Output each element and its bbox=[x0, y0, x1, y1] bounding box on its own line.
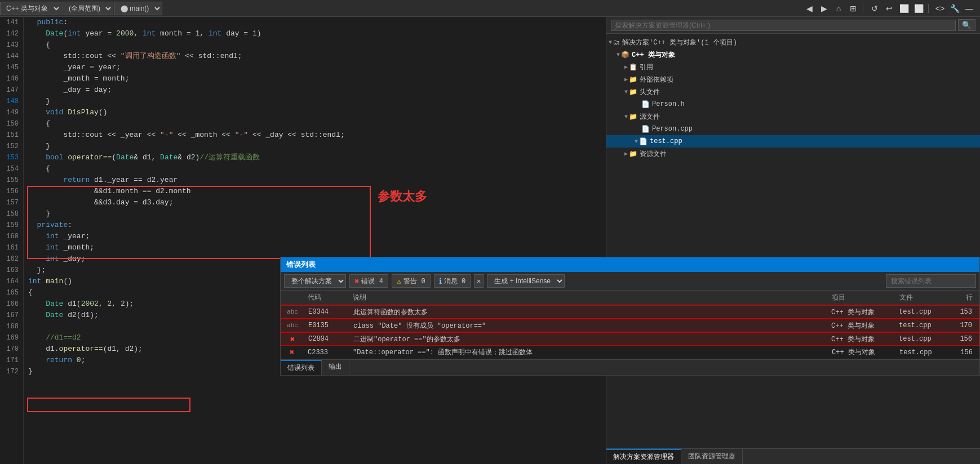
code-lines[interactable]: 141 142 143 144 145 146 147 148 149 150 … bbox=[0, 17, 606, 464]
error-row-0[interactable]: abc E0344 此运算符函数的参数太多 C++ 类与对象 test.cpp … bbox=[281, 305, 979, 319]
error-panel-toolbar: 整个解决方案 ✖ 错误 4 ⚠ 警告 0 ℹ 消息 0 ✕ 生成 + Intel… bbox=[281, 272, 979, 291]
search-bar: 🔍 bbox=[606, 17, 980, 34]
sources-label: 源文件 bbox=[640, 112, 660, 122]
tree-item-resources[interactable]: ▶ 📁 资源文件 bbox=[606, 148, 980, 160]
info-count-badge[interactable]: ℹ 消息 0 bbox=[434, 274, 471, 288]
gen-dropdown[interactable]: 生成 + IntelliSense bbox=[487, 274, 565, 288]
project-icon: 📦 bbox=[621, 51, 629, 59]
row1-code: E0135 bbox=[304, 320, 349, 331]
expand-icon-headers: ▼ bbox=[624, 89, 628, 95]
tab-team-explorer[interactable]: 团队资源管理器 bbox=[681, 449, 743, 464]
grid-btn[interactable]: ⊞ bbox=[847, 2, 859, 15]
code-line-160: int _year; bbox=[28, 231, 606, 242]
copy-btn[interactable]: ⬜ bbox=[898, 2, 910, 15]
warn-count-badge[interactable]: ⚠ 警告 0 bbox=[392, 274, 431, 288]
solution-icon: 🗂 bbox=[613, 38, 620, 47]
toolbar-icons: ◀ ▶ ⌂ ⊞ ↺ ↩ ⬜ ⬜ <> 🔧 — bbox=[799, 2, 980, 15]
info-icon: ℹ bbox=[439, 276, 442, 286]
row1-proj: C++ 类与对象 bbox=[827, 320, 894, 332]
home-btn[interactable]: ⌂ bbox=[832, 2, 845, 15]
tree-item-person-h[interactable]: 📄 Person.h bbox=[606, 98, 980, 110]
error-row-2[interactable]: ✖ C2804 二进制"operator =="的参数太多 C++ 类与对象 t… bbox=[281, 332, 979, 346]
error-count-badge[interactable]: ✖ 错误 4 bbox=[349, 274, 388, 288]
row2-proj: C++ 类与对象 bbox=[827, 333, 894, 345]
error-panel-tabs: 错误列表 输出 bbox=[281, 359, 979, 375]
ref-icon: 📋 bbox=[629, 63, 637, 72]
solution-explorer: ▼ 🗂 解决方案'C++ 类与对象'(1 个项目) ▼ 📦 C++ 类与对象 ▶… bbox=[606, 34, 980, 448]
code-area: 参数太多 141 142 143 144 145 146 147 148 149… bbox=[0, 17, 606, 464]
search-input[interactable] bbox=[611, 20, 956, 31]
error-row-1[interactable]: abc E0135 class "Date" 没有成员 "operator=="… bbox=[281, 319, 979, 332]
tree-item-test-cpp[interactable]: ▼ 📄 test.cpp bbox=[606, 135, 980, 148]
error-search-input[interactable] bbox=[886, 274, 976, 288]
error-panel: 错误列表 整个解决方案 ✖ 错误 4 ⚠ 警告 0 ℹ 消息 0 ✕ 生成 + … bbox=[280, 257, 980, 376]
ref-label: 引用 bbox=[640, 63, 653, 72]
code-editor: 参数太多 141 142 143 144 145 146 147 148 149… bbox=[0, 17, 606, 464]
top-toolbar: C++ 类与对象 (全局范围) ⬤ main() ◀ ▶ ⌂ ⊞ ↺ ↩ ⬜ ⬜… bbox=[0, 0, 980, 17]
error-filter-dropdown[interactable]: 整个解决方案 bbox=[284, 274, 346, 288]
function-dropdown[interactable]: ⬤ main() bbox=[114, 2, 162, 15]
tab-solution-explorer[interactable]: 解决方案资源管理器 bbox=[606, 449, 681, 464]
nav-forward-btn[interactable]: ▶ bbox=[818, 2, 830, 15]
row1-desc: class "Date" 没有成员 "operator==" bbox=[349, 320, 827, 332]
nav-back-btn[interactable]: ◀ bbox=[803, 2, 815, 15]
error-panel-tab-errors[interactable]: 错误列表 bbox=[281, 360, 322, 375]
undo-btn[interactable]: ↺ bbox=[868, 2, 881, 15]
code-line-155: return d1._year == d2.year bbox=[28, 175, 606, 186]
error-panel-header: 错误列表 bbox=[281, 257, 979, 272]
test-cpp-icon: 📄 bbox=[639, 137, 648, 146]
col-header-file: 文件 bbox=[895, 292, 951, 304]
tree-item-sources[interactable]: ▼ 📁 源文件 bbox=[606, 110, 980, 123]
code-line-153: bool operator==(Date& d1, Date& d2)//运算符… bbox=[28, 152, 606, 163]
expand-icon-solution: ▼ bbox=[609, 39, 612, 46]
solution-label: 解决方案'C++ 类与对象'(1 个项目) bbox=[622, 38, 737, 47]
error-table-header: 代码 说明 项目 文件 行 bbox=[281, 291, 979, 305]
person-h-label: Person.h bbox=[652, 100, 685, 108]
person-cpp-label: Person.cpp bbox=[652, 125, 693, 133]
info-count: 消息 0 bbox=[444, 276, 465, 286]
code-line-156: &&d1.month == d2.month bbox=[28, 186, 606, 197]
row2-type-icon: ✖ bbox=[281, 333, 304, 345]
person-h-icon: 📄 bbox=[641, 100, 650, 109]
code-line-151: std::cout << _year << "-" << _month << "… bbox=[28, 130, 606, 141]
tree-item-references[interactable]: ▶ 📋 引用 bbox=[606, 61, 980, 73]
redo-btn[interactable]: ↩ bbox=[883, 2, 895, 15]
code-content[interactable]: public: Date(int year = 2000, int month … bbox=[24, 17, 606, 464]
solution-root[interactable]: ▼ 🗂 解决方案'C++ 类与对象'(1 个项目) bbox=[606, 36, 980, 48]
code-line-158: } bbox=[28, 208, 606, 220]
tree-item-headers[interactable]: ▼ 📁 头文件 bbox=[606, 86, 980, 98]
row0-desc: 此运算符函数的参数太多 bbox=[349, 306, 827, 318]
col-header-icon bbox=[281, 292, 303, 304]
search-button[interactable]: 🔍 bbox=[958, 19, 975, 31]
col-header-line: 行 bbox=[951, 292, 979, 304]
project-root[interactable]: ▼ 📦 C++ 类与对象 bbox=[606, 48, 980, 61]
col-header-desc: 说明 bbox=[348, 292, 827, 304]
row2-code: C2804 bbox=[304, 334, 349, 344]
row3-proj: C++ 类与对象 bbox=[827, 346, 895, 358]
code-line-159: private: bbox=[28, 220, 606, 231]
project-label: C++ 类与对象 bbox=[632, 50, 675, 60]
error-panel-tab-output[interactable]: 输出 bbox=[322, 360, 349, 375]
tree-item-external[interactable]: ▶ 📁 外部依赖项 bbox=[606, 73, 980, 86]
code-line-146: _month = month; bbox=[28, 73, 606, 84]
scope-dropdown[interactable]: (全局范围) bbox=[63, 2, 113, 15]
code-line-154: { bbox=[28, 163, 606, 175]
error-panel-title: 错误列表 bbox=[286, 260, 316, 270]
code-btn[interactable]: <> bbox=[934, 2, 946, 15]
row0-proj: C++ 类与对象 bbox=[827, 306, 894, 318]
row0-code: E0344 bbox=[304, 307, 349, 317]
tree-item-person-cpp[interactable]: 📄 Person.cpp bbox=[606, 123, 980, 135]
res-icon: 📁 bbox=[629, 150, 637, 158]
error-icon: ✖ bbox=[354, 276, 359, 286]
paste-btn[interactable]: ⬜ bbox=[912, 2, 925, 15]
person-cpp-icon: 📄 bbox=[641, 125, 650, 133]
row3-line: 156 bbox=[951, 347, 979, 358]
row3-type-icon: ✖ bbox=[281, 346, 303, 358]
minimize-btn[interactable]: — bbox=[963, 2, 975, 15]
annotation-text: 参数太多 bbox=[378, 188, 427, 205]
error-row-3[interactable]: ✖ C2333 "Date::operator ==": 函数声明中有错误；跳过… bbox=[281, 346, 979, 359]
filter-button[interactable]: ✕ bbox=[474, 274, 484, 288]
code-line-147: _day = day; bbox=[28, 84, 606, 96]
class-dropdown[interactable]: C++ 类与对象 bbox=[0, 2, 61, 15]
settings-btn[interactable]: 🔧 bbox=[948, 2, 961, 15]
